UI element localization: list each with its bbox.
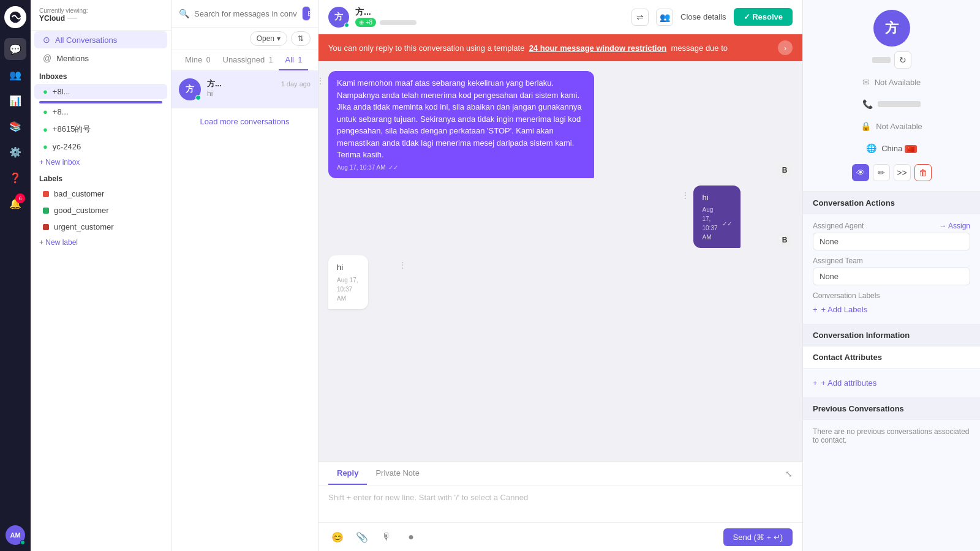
conv-name-0: 方...	[207, 78, 222, 89]
all-conv-icon: ⊙	[43, 35, 50, 45]
user-avatar[interactable]: AM	[6, 525, 25, 545]
sidebar-top: Currently viewing: YCloud	[31, 0, 171, 31]
load-more-btn[interactable]: Load more conversations	[172, 108, 318, 135]
warning-banner: You can only reply to this conversation …	[318, 34, 802, 61]
msg-menu-0[interactable]: ⋮	[318, 76, 325, 86]
warning-arrow-btn[interactable]: ›	[778, 40, 793, 55]
assigned-agent-label: Assigned Agent → Assign	[813, 222, 970, 230]
assign-link[interactable]: → Assign	[939, 222, 970, 230]
nav-icon-reports[interactable]: 📊	[4, 89, 26, 111]
label-item-0[interactable]: bad_customer	[34, 186, 167, 201]
resolve-btn[interactable]: ✓ Resolve	[734, 8, 793, 26]
filter-chevron-icon: ▾	[277, 34, 281, 43]
attach-btn[interactable]: 📎	[353, 528, 371, 546]
phone-blur	[878, 101, 921, 107]
nav-icon-conversations[interactable]: 💬	[4, 38, 26, 60]
wa-badge: ⊕ +8	[355, 18, 376, 27]
icon-bar: 💬 👥 📊 📚 ⚙️ ❓ 🔔 6 AM	[0, 0, 31, 551]
conv-online-dot-0	[195, 95, 201, 100]
whatsapp-icon-1: ●	[43, 107, 48, 116]
label-name-0: bad_customer	[54, 189, 104, 198]
filter-row: Open ▾ ⇅	[172, 28, 318, 50]
new-label-btn[interactable]: + New label	[31, 235, 171, 250]
audio-btn[interactable]: 🎙	[377, 528, 396, 546]
header-action-merge[interactable]: ⇌	[631, 9, 649, 26]
sort-filter-btn[interactable]: ⇅	[291, 31, 311, 46]
contact-email-val: Not Available	[875, 78, 921, 87]
add-attributes-btn[interactable]: + + Add attributes	[813, 376, 970, 390]
tab-all[interactable]: All 1	[279, 50, 308, 70]
email-icon: ✉	[862, 77, 870, 87]
inbox-item-1[interactable]: ● +8...	[34, 104, 167, 119]
send-btn[interactable]: Send (⌘ + ↵)	[723, 528, 793, 546]
conv-time-0: 1 day ago	[281, 80, 311, 88]
new-inbox-btn[interactable]: + New inbox	[31, 155, 171, 170]
reply-input-area[interactable]: Shift + enter for new line. Start with '…	[318, 485, 802, 522]
search-input[interactable]	[194, 9, 297, 18]
inbox-item-0[interactable]: ● +8l...	[34, 84, 167, 99]
nav-icon-help[interactable]: ❓	[4, 167, 26, 189]
chat-main: 方 方... ⊕ +8 ⇌ 👥 Close details ✓ Resolve …	[318, 0, 802, 551]
header-action-mute[interactable]: 👥	[656, 9, 673, 26]
inbox-item-3[interactable]: ● yc-2426	[34, 139, 167, 154]
tab-all-count: 1	[298, 56, 303, 64]
agent-select[interactable]: None	[813, 233, 970, 250]
contact-view-btn[interactable]: 👁	[852, 164, 869, 181]
reply-placeholder: Shift + enter for new line. Start with '…	[328, 493, 793, 502]
msg-time-0: Aug 17, 10:37 AM ✓✓	[337, 163, 586, 172]
label-dot-2	[43, 224, 49, 230]
sidebar-item-all-conversations[interactable]: ⊙ All Conversations	[34, 31, 167, 48]
warning-link[interactable]: 24 hour message window restriction	[529, 43, 667, 53]
view-toggle: ⊞ ≡	[302, 6, 311, 21]
tab-unassigned[interactable]: Unassigned 1	[217, 50, 279, 70]
toggle-grid[interactable]: ⊞	[303, 7, 311, 20]
conv-labels-label: Conversation Labels	[813, 291, 970, 300]
contact-refresh-btn[interactable]: ↻	[894, 51, 911, 69]
msg-menu-2[interactable]: ⋮	[398, 260, 407, 270]
globe-icon: 🌐	[866, 143, 876, 153]
tab-mine[interactable]: Mine 0	[179, 50, 217, 70]
whatsapp-btn[interactable]: ●	[402, 528, 420, 546]
attr-plus-icon: +	[813, 378, 818, 388]
label-item-2[interactable]: urgent_customer	[34, 219, 167, 234]
sidebar-item-mentions[interactable]: @ Mentions	[34, 50, 167, 67]
chat-header-actions: ⇌ 👥 Close details ✓ Resolve	[631, 8, 793, 26]
team-select[interactable]: None	[813, 268, 970, 285]
contact-delete-btn[interactable]: 🗑	[914, 164, 932, 181]
conv-avatar-0: 方	[179, 78, 201, 100]
msg-row-0: ⋮ Kami memohon maaf atas sebarang kekeli…	[328, 71, 793, 178]
nav-icon-books[interactable]: 📚	[4, 115, 26, 137]
conv-info-header: Conversation Information	[803, 324, 980, 347]
tab-mine-count: 0	[206, 56, 211, 64]
close-details-btn[interactable]: Close details	[680, 12, 726, 21]
contact-forward-btn[interactable]: >>	[894, 164, 911, 181]
msg-menu-1[interactable]: ⋮	[681, 190, 690, 200]
nav-icon-notifications[interactable]: 🔔 6	[4, 192, 26, 214]
filter-label: Open	[257, 34, 274, 43]
user-online-dot	[20, 540, 25, 545]
conversation-item-0[interactable]: 方 方... 1 day ago hi	[172, 71, 318, 108]
msg-row-2: hi Aug 17, 10:37 AM ⋮	[328, 255, 793, 309]
reply-tab-private[interactable]: Private Note	[367, 462, 428, 485]
add-labels-btn[interactable]: + + Add Labels	[813, 302, 970, 317]
inbox-name-3: yc-2426	[53, 142, 159, 151]
nav-icon-settings[interactable]: ⚙️	[4, 141, 26, 163]
expand-btn[interactable]: ⤡	[785, 469, 793, 479]
emoji-btn[interactable]: 😊	[328, 528, 347, 546]
reply-tab-reply[interactable]: Reply	[328, 462, 367, 485]
prev-conv-text: There are no previous conversations asso…	[803, 420, 980, 452]
nav-icon-contacts[interactable]: 👥	[4, 64, 26, 86]
label-item-1[interactable]: good_customer	[34, 203, 167, 218]
contact-lock-val: Not Available	[876, 122, 922, 131]
contact-info-row-3: 🌐 China 🇨🇳	[856, 140, 927, 157]
contact-actions-row: 👁 ✏ >> 🗑	[852, 164, 932, 181]
label-name-2: urgent_customer	[54, 222, 114, 231]
contact-name-blur	[380, 20, 417, 25]
inbox-item-2[interactable]: ● +8615的号	[34, 121, 167, 138]
conversation-list: 🔍 ⊞ ≡ Open ▾ ⇅ Mine 0 Unassigned 1 All 1	[172, 0, 318, 551]
phone-icon: 📞	[862, 99, 873, 109]
contact-edit-btn[interactable]: ✏	[873, 164, 890, 181]
inbox-name-1: +8...	[53, 107, 159, 116]
status-filter-btn[interactable]: Open ▾	[250, 31, 287, 46]
search-bar: 🔍 ⊞ ≡	[172, 0, 318, 28]
